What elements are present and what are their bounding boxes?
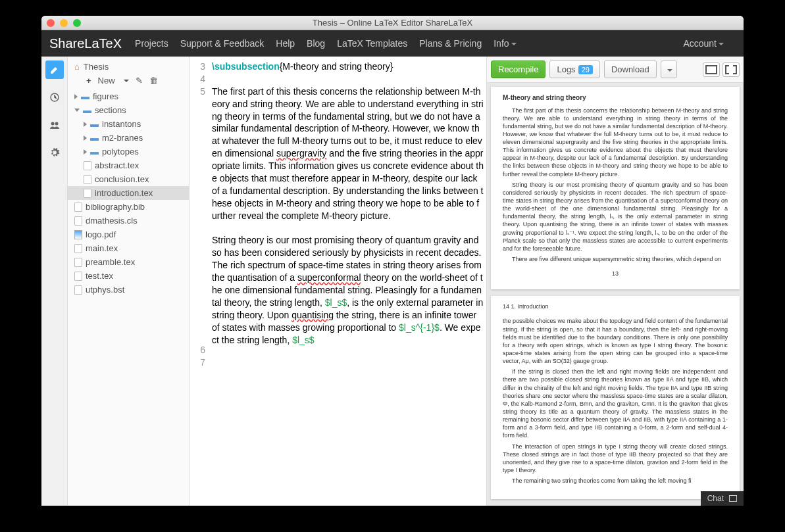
download-caret-button[interactable]	[661, 60, 677, 78]
code-editor[interactable]: 34567 \subsubsection{M-theory and string…	[190, 57, 487, 506]
svg-point-1	[51, 122, 54, 126]
folder-m2-branes[interactable]: ▬m2-branes	[68, 131, 189, 145]
pdf-section-title: M-theory and string theory	[503, 93, 728, 103]
logs-count-badge: 29	[578, 65, 593, 74]
nav-blog[interactable]: Blog	[307, 38, 325, 49]
folder-polytopes[interactable]: ▬polytopes	[68, 145, 189, 158]
chevron-icon	[84, 122, 87, 127]
file-conclusion-tex[interactable]: conclusion.tex	[68, 172, 189, 186]
chevron-icon	[84, 135, 87, 141]
tree-item-label: polytopes	[102, 147, 139, 157]
svg-point-2	[55, 122, 58, 126]
file-icon	[84, 175, 91, 184]
tree-item-label: instantons	[102, 119, 141, 129]
home-icon: ⌂	[74, 62, 80, 72]
tree-item-label: m2-branes	[102, 133, 143, 143]
pdf-preview[interactable]: M-theory and string theory The first par…	[487, 83, 744, 506]
file-tree: ⌂ Thesis + New ✎ 🗑 ▬figures▬sections▬ins…	[68, 57, 190, 506]
tree-item-label: sections	[95, 105, 126, 115]
file-icon	[74, 216, 82, 226]
tree-item-label: main.tex	[86, 243, 118, 253]
folder-icon: ▬	[90, 119, 99, 129]
split-pane-button[interactable]	[722, 62, 740, 77]
nav-help[interactable]: Help	[276, 38, 295, 49]
file-icon	[74, 285, 82, 295]
new-caret-icon[interactable]	[124, 80, 129, 82]
folder-icon: ▬	[90, 147, 99, 157]
new-plus-icon[interactable]: +	[86, 76, 91, 85]
file-icon	[74, 203, 82, 212]
folder-instantons[interactable]: ▬instantons	[68, 117, 189, 131]
folder-icon: ▬	[90, 133, 99, 143]
file-utphys-bst[interactable]: utphys.bst	[68, 283, 189, 297]
file-bibliography-bib[interactable]: bibliography.bib	[68, 200, 189, 214]
folder-icon: ▬	[81, 91, 89, 101]
tree-item-label: introduction.tex	[95, 188, 153, 198]
download-button[interactable]: Download	[604, 60, 657, 78]
pdf-page-number: 13	[503, 270, 728, 278]
nav-info[interactable]: Info	[494, 38, 516, 49]
new-button[interactable]: New	[98, 76, 115, 85]
folder-icon: ▬	[83, 105, 91, 115]
nav-account[interactable]: Account	[683, 38, 724, 49]
pdf-page-14: 14 1. Introduction the possible choices …	[491, 296, 740, 499]
folder-sections[interactable]: ▬sections	[68, 103, 189, 117]
tree-item-label: test.tex	[86, 271, 113, 281]
file-icon	[74, 258, 82, 267]
file-icon	[84, 189, 91, 198]
nav-projects[interactable]: Projects	[135, 38, 168, 49]
delete-icon[interactable]: 🗑	[149, 76, 158, 85]
edit-icon[interactable]	[45, 60, 64, 79]
left-rail	[41, 57, 68, 506]
recompile-button[interactable]: Recompile	[491, 60, 545, 78]
chat-label: Chat	[707, 494, 724, 503]
file-introduction-tex[interactable]: introduction.tex	[68, 186, 189, 200]
chevron-icon	[74, 94, 78, 99]
titlebar: Thesis – Online LaTeX Editor ShareLaTeX	[41, 16, 744, 30]
nav-plans[interactable]: Plans & Pricing	[419, 38, 482, 49]
file-logo-pdf[interactable]: logo.pdf	[68, 228, 189, 241]
pdf-icon	[74, 230, 82, 239]
tree-item-label: conclusion.tex	[95, 174, 149, 184]
tree-item-label: utphys.bst	[86, 285, 124, 295]
tree-item-label: abstract.tex	[95, 160, 139, 170]
nav-support[interactable]: Support & Feedback	[180, 38, 265, 49]
file-abstract-tex[interactable]: abstract.tex	[68, 158, 189, 172]
pdf-page-header: 14 1. Introduction	[503, 302, 728, 310]
tree-item-label: dmathesis.cls	[86, 216, 138, 226]
chat-icon	[729, 495, 737, 502]
single-pane-button[interactable]	[703, 62, 720, 77]
tree-item-label: preamble.tex	[86, 257, 135, 267]
file-icon	[74, 272, 82, 281]
brand-logo[interactable]: ShareLaTeX	[49, 36, 122, 51]
tree-item-label: bibliography.bib	[86, 202, 145, 212]
file-test-tex[interactable]: test.tex	[68, 269, 189, 283]
logs-button[interactable]: Logs29	[549, 60, 599, 78]
file-icon	[84, 161, 91, 170]
history-icon[interactable]	[45, 88, 64, 107]
share-icon[interactable]	[45, 116, 64, 134]
pdf-page-13: M-theory and string theory The first par…	[491, 87, 740, 289]
window-title: Thesis – Online LaTeX Editor ShareLaTeX	[41, 18, 744, 28]
chevron-icon	[74, 109, 80, 112]
file-preamble-tex[interactable]: preamble.tex	[68, 255, 189, 269]
folder-figures[interactable]: ▬figures	[68, 89, 189, 103]
file-icon	[74, 244, 82, 253]
top-menubar: ShareLaTeX Projects Support & Feedback H…	[41, 30, 744, 57]
file-dmathesis-cls[interactable]: dmathesis.cls	[68, 214, 189, 228]
chevron-icon	[84, 149, 87, 155]
pdf-toolbar: Recompile Logs29 Download	[487, 57, 744, 83]
nav-templates[interactable]: LaTeX Templates	[337, 38, 407, 49]
settings-icon[interactable]	[45, 143, 64, 162]
tree-item-label: logo.pdf	[86, 230, 116, 239]
project-name[interactable]: Thesis	[84, 62, 109, 72]
chat-toggle[interactable]: Chat	[701, 491, 744, 506]
file-main-tex[interactable]: main.tex	[68, 241, 189, 255]
tree-item-label: figures	[93, 91, 118, 101]
rename-icon[interactable]: ✎	[136, 76, 143, 85]
